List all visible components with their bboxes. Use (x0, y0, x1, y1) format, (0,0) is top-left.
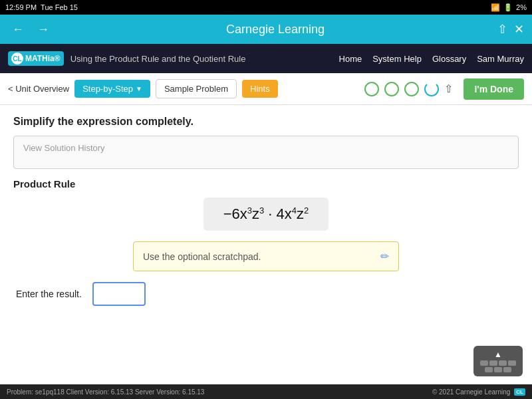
nav-home[interactable]: Home (339, 54, 362, 64)
keyboard-key-6 (494, 367, 502, 372)
app-bar-right: Home System Help Glossary Sam Murray (339, 54, 524, 64)
status-right: 📶 🔋 2% (491, 3, 527, 12)
enter-result-row: Enter the result. (13, 282, 519, 306)
progress-circle-1 (364, 82, 379, 96)
chevron-up-button[interactable]: ⇧ (444, 82, 453, 95)
nav-buttons: ← → (8, 19, 53, 39)
expression-container: −6x3z3 · 4x4z2 (203, 198, 329, 231)
title-bar: ← → Carnegie Learning ⇧ ✕ (0, 15, 532, 44)
mathia-logo: CL MATHia® (8, 51, 64, 66)
progress-circle-4 (424, 82, 439, 96)
battery-level: 2% (516, 3, 527, 11)
share-button[interactable]: ⇧ (497, 22, 507, 37)
keyboard-icon-row-2 (485, 367, 511, 372)
im-done-label: I'm Done (474, 84, 513, 94)
wifi-icon: 📶 (491, 3, 500, 12)
cl-badge: CL (11, 53, 23, 65)
status-left: 12:59 PM Tue Feb 15 (5, 3, 78, 11)
progress-circle-3 (404, 82, 419, 96)
status-date: Tue Feb 15 (41, 3, 78, 11)
keyboard-key-1 (480, 360, 488, 366)
answer-input[interactable] (92, 282, 146, 306)
sample-problem-button[interactable]: Sample Problem (156, 79, 237, 98)
unit-overview-label: < Unit Overview (8, 84, 69, 94)
scratchpad-text: Use the optional scratchpad. (143, 251, 261, 262)
keyboard-button[interactable]: ▲ (473, 346, 523, 376)
progress-circle-2 (384, 82, 399, 96)
mathia-logo-text: MATHia® (25, 54, 61, 63)
footer: Problem: se1pq118 Client Version: 6.15.1… (0, 384, 532, 399)
forward-button[interactable]: → (33, 19, 53, 39)
solution-history-placeholder: View Solution History (23, 143, 105, 153)
back-button[interactable]: ← (8, 19, 28, 39)
expression-text: −6x3z3 · 4x4z2 (223, 205, 309, 223)
pencil-icon[interactable]: ✏ (380, 250, 389, 263)
footer-right: © 2021 Carnegie Learning CL (432, 388, 525, 396)
step-by-step-label: Step-by-Step (82, 84, 133, 94)
hints-button[interactable]: Hints (242, 80, 278, 98)
instruction-text: Simplify the expression completely. (13, 116, 519, 128)
close-button[interactable]: ✕ (514, 22, 524, 37)
footer-copyright: © 2021 Carnegie Learning (432, 388, 510, 396)
solution-history-box[interactable]: View Solution History (13, 136, 519, 169)
keyboard-key-4 (508, 360, 516, 366)
keyboard-key-7 (503, 367, 511, 372)
unit-overview-link[interactable]: < Unit Overview (8, 84, 69, 94)
battery-icon: 🔋 (503, 3, 513, 12)
enter-result-label: Enter the result. (16, 289, 82, 299)
keyboard-icon-row (480, 360, 516, 366)
title-actions: ⇧ ✕ (497, 22, 524, 37)
lesson-title: Using the Product Rule and the Quotient … (70, 54, 246, 64)
keyboard-key-3 (499, 360, 507, 366)
im-done-button[interactable]: I'm Done (464, 78, 524, 100)
sample-problem-label: Sample Problem (164, 84, 228, 94)
keyboard-arrow-icon: ▲ (494, 350, 502, 359)
product-rule-label: Product Rule (13, 178, 519, 190)
hints-label: Hints (250, 84, 270, 94)
scratchpad-box: Use the optional scratchpad. ✏ (133, 241, 399, 271)
progress-circles: ⇧ (364, 82, 453, 96)
carnegie-logo-small: CL (514, 388, 525, 396)
nav-user[interactable]: Sam Murray (477, 54, 524, 64)
expression-box: −6x3z3 · 4x4z2 (13, 198, 519, 231)
dropdown-arrow-icon: ▼ (136, 85, 142, 92)
nav-glossary[interactable]: Glossary (432, 54, 466, 64)
step-by-step-button[interactable]: Step-by-Step ▼ (74, 80, 150, 98)
status-time: 12:59 PM (5, 3, 37, 11)
status-bar: 12:59 PM Tue Feb 15 📶 🔋 2% (0, 0, 532, 15)
app-bar-left: CL MATHia® Using the Product Rule and th… (8, 51, 245, 66)
keyboard-key-5 (485, 367, 493, 372)
app-bar: CL MATHia® Using the Product Rule and th… (0, 44, 532, 73)
main-content: Simplify the expression completely. View… (0, 105, 532, 384)
toolbar: < Unit Overview Step-by-Step ▼ Sample Pr… (0, 73, 532, 105)
keyboard-key-2 (489, 360, 497, 366)
nav-system-help[interactable]: System Help (372, 54, 422, 64)
footer-problem-info: Problem: se1pq118 Client Version: 6.15.1… (7, 388, 204, 396)
page-title: Carnegie Learning (226, 23, 325, 37)
